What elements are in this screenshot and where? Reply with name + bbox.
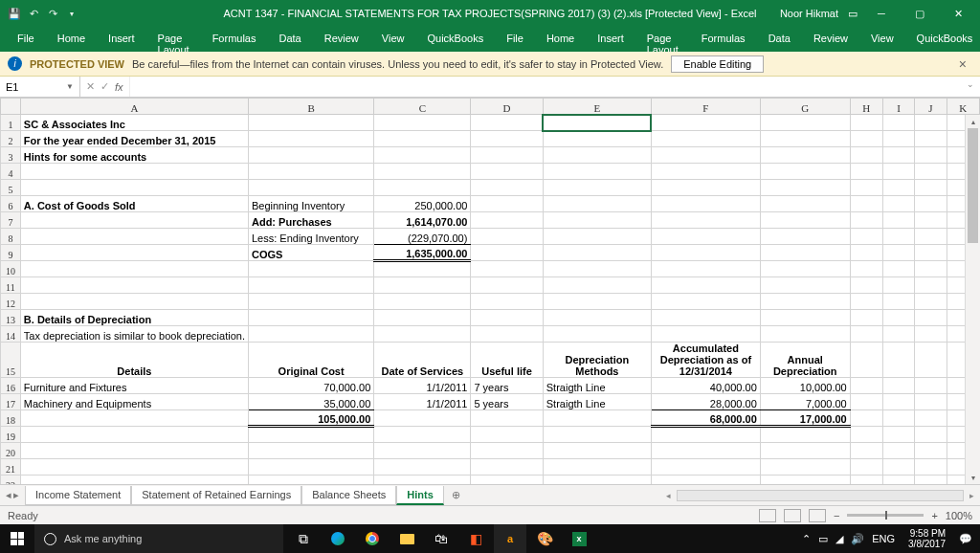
ribbon-tab-view[interactable]: View	[370, 27, 416, 52]
cell-I16[interactable]	[882, 378, 914, 394]
cell-C5[interactable]	[374, 180, 471, 196]
scrollbar-thumb[interactable]	[968, 128, 978, 243]
cell-E10[interactable]	[543, 261, 651, 277]
cell-I1[interactable]	[882, 115, 914, 131]
cell-E22[interactable]	[543, 476, 651, 485]
ribbon-tab-file[interactable]: File	[6, 27, 46, 52]
cell-F13[interactable]	[651, 310, 760, 326]
cell-A15[interactable]: Details	[20, 343, 248, 378]
cell-A12[interactable]	[20, 294, 248, 310]
cell-A5[interactable]	[20, 180, 248, 196]
cell-G3[interactable]	[760, 147, 850, 164]
cell-A16[interactable]: Furniture and Fixtures	[20, 378, 248, 394]
cell-I18[interactable]	[882, 410, 914, 427]
row-header-17[interactable]: 17	[1, 394, 21, 410]
cell-G6[interactable]	[760, 196, 850, 212]
cell-B21[interactable]	[248, 459, 373, 476]
row-header-8[interactable]: 8	[1, 229, 21, 245]
battery-icon[interactable]: ▭	[818, 533, 828, 545]
volume-icon[interactable]: 🔊	[851, 533, 864, 545]
cell-D8[interactable]	[471, 229, 543, 245]
cell-J15[interactable]	[915, 343, 947, 378]
cell-E6[interactable]	[543, 196, 651, 212]
cell-E16[interactable]: Straigth Line	[543, 378, 651, 394]
cell-E11[interactable]	[543, 277, 651, 294]
row-header-13[interactable]: 13	[1, 310, 21, 326]
cell-F11[interactable]	[651, 277, 760, 294]
cell-H17[interactable]	[850, 394, 882, 410]
cell-A1[interactable]: SC & Associates Inc	[20, 115, 248, 131]
cell-F4[interactable]	[651, 164, 760, 180]
ribbon-tab-insert[interactable]: Insert	[97, 27, 146, 52]
cell-I5[interactable]	[882, 180, 914, 196]
cell-F2[interactable]	[651, 131, 760, 147]
zoom-out-button[interactable]: −	[834, 510, 839, 521]
cell-I22[interactable]	[882, 476, 914, 485]
cell-H10[interactable]	[850, 261, 882, 277]
sheet-nav-prev-icon[interactable]: ◂	[6, 489, 11, 501]
ribbon-tab-page-layout[interactable]: Page Layout	[146, 27, 201, 52]
cell-B2[interactable]	[248, 131, 373, 147]
file-explorer-icon[interactable]	[390, 524, 423, 553]
name-box[interactable]: E1 ▼	[0, 77, 80, 97]
cell-J20[interactable]	[915, 443, 947, 459]
start-button[interactable]	[0, 532, 34, 545]
cell-I2[interactable]	[882, 131, 914, 147]
scroll-down-icon[interactable]: ▾	[966, 471, 980, 484]
zoom-in-button[interactable]: +	[931, 510, 937, 521]
cell-G7[interactable]	[760, 212, 850, 229]
cell-D22[interactable]	[471, 476, 543, 485]
row-header-15[interactable]: 15	[1, 343, 21, 378]
ribbon-tab-review[interactable]: Review	[802, 27, 859, 52]
hscroll-left-icon[interactable]: ◂	[666, 491, 671, 500]
cell-C14[interactable]	[374, 326, 471, 343]
cell-D21[interactable]	[471, 459, 543, 476]
ribbon-tab-review[interactable]: Review	[313, 27, 370, 52]
cell-G16[interactable]: 10,000.00	[760, 378, 850, 394]
cell-H9[interactable]	[850, 245, 882, 261]
cell-A14[interactable]: Tax depreciation is similar to book depr…	[20, 326, 248, 343]
cell-F21[interactable]	[651, 459, 760, 476]
cell-A11[interactable]	[20, 277, 248, 294]
cell-G1[interactable]	[760, 115, 850, 131]
cell-G19[interactable]	[760, 427, 850, 443]
cell-H1[interactable]	[850, 115, 882, 131]
cell-C3[interactable]	[374, 147, 471, 164]
cell-D3[interactable]	[471, 147, 543, 164]
cell-I12[interactable]	[882, 294, 914, 310]
cell-J9[interactable]	[915, 245, 947, 261]
cell-A22[interactable]	[20, 476, 248, 485]
cell-F22[interactable]	[651, 476, 760, 485]
ribbon-tab-formulas[interactable]: Formulas	[690, 27, 757, 52]
cell-F17[interactable]: 28,000.00	[651, 394, 760, 410]
cell-J12[interactable]	[915, 294, 947, 310]
ribbon-tab-file[interactable]: File	[495, 27, 535, 52]
cell-J10[interactable]	[915, 261, 947, 277]
cell-C2[interactable]	[374, 131, 471, 147]
cell-F9[interactable]	[651, 245, 760, 261]
cell-H2[interactable]	[850, 131, 882, 147]
sheet-tab-hints[interactable]: Hints	[396, 486, 444, 505]
cell-B6[interactable]: Beginning Inventory	[248, 196, 373, 212]
row-header-6[interactable]: 6	[1, 196, 21, 212]
col-header-H[interactable]: H	[850, 99, 882, 115]
cell-G18[interactable]: 17,000.00	[760, 410, 850, 427]
ribbon-tab-view[interactable]: View	[859, 27, 905, 52]
row-header-22[interactable]: 22	[1, 476, 21, 485]
undo-icon[interactable]: ↶	[27, 7, 40, 20]
tray-chevron-icon[interactable]: ⌃	[802, 533, 811, 545]
maximize-button[interactable]: ▢	[905, 0, 934, 27]
row-header-11[interactable]: 11	[1, 277, 21, 294]
cell-A13[interactable]: B. Details of Depreciation	[20, 310, 248, 326]
row-header-1[interactable]: 1	[1, 115, 21, 131]
cell-A2[interactable]: For the year ended December 31, 2015	[20, 131, 248, 147]
cell-C6[interactable]: 250,000.00	[374, 196, 471, 212]
cell-B1[interactable]	[248, 115, 373, 131]
cell-J17[interactable]	[915, 394, 947, 410]
normal-view-button[interactable]	[759, 509, 776, 522]
cell-J4[interactable]	[915, 164, 947, 180]
cell-H4[interactable]	[850, 164, 882, 180]
cell-C15[interactable]: Date of Services	[374, 343, 471, 378]
paint-icon[interactable]: 🎨	[528, 524, 561, 553]
cell-G8[interactable]	[760, 229, 850, 245]
